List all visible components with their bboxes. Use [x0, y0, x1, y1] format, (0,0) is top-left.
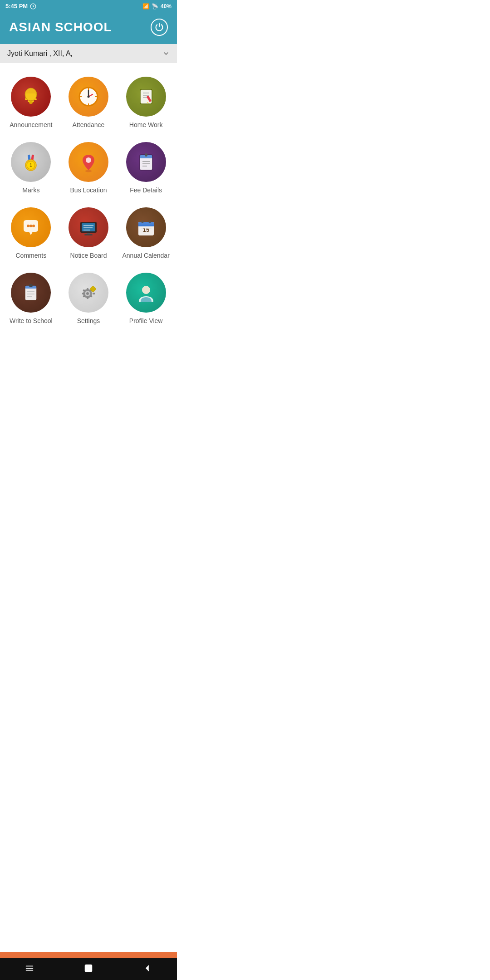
- write-icon: [19, 281, 43, 304]
- announcement-icon-circle: [11, 77, 51, 117]
- homework-icon-circle: [126, 77, 166, 117]
- comments-icon: [19, 216, 43, 239]
- svg-text:1: 1: [30, 163, 33, 168]
- calendar-label: Annual Calendar: [122, 252, 170, 259]
- shield-icon: [30, 3, 36, 10]
- calendar-icon-circle: 15: [126, 207, 166, 247]
- svg-point-37: [29, 225, 32, 227]
- battery-display: 40%: [161, 3, 172, 10]
- fee-icon: [134, 150, 158, 174]
- svg-point-73: [92, 288, 94, 290]
- profile-icon: [134, 281, 158, 304]
- marks-icon: 1: [19, 150, 43, 174]
- grid-item-fee[interactable]: Fee Details: [119, 137, 172, 198]
- svg-point-10: [87, 96, 89, 98]
- svg-point-38: [32, 225, 35, 227]
- svg-point-79: [142, 286, 150, 294]
- write-label: Write to School: [10, 317, 53, 324]
- attendance-icon: [76, 84, 101, 109]
- grid-item-settings[interactable]: Settings: [62, 268, 115, 329]
- profile-label: Profile View: [129, 317, 163, 324]
- settings-icon-circle: [69, 273, 108, 313]
- comments-icon-circle: [11, 207, 51, 247]
- bus-icon-circle: [69, 142, 108, 182]
- settings-label: Settings: [77, 317, 100, 324]
- time-display: 5:45 PM: [5, 3, 28, 10]
- fee-label: Fee Details: [130, 186, 162, 194]
- grid-item-marks[interactable]: 1 Marks: [5, 137, 58, 198]
- calendar-icon: 15: [134, 216, 158, 239]
- notice-icon: [77, 216, 100, 239]
- announcement-label: Announcement: [10, 121, 52, 128]
- user-name: Jyoti Kumari , XII, A,: [7, 49, 73, 58]
- svg-point-62: [86, 292, 89, 295]
- svg-point-28: [85, 170, 92, 172]
- grid-item-homework[interactable]: Home Work: [119, 72, 172, 133]
- marks-icon-circle: 1: [11, 142, 51, 182]
- svg-rect-65: [82, 293, 84, 294]
- svg-rect-35: [145, 153, 147, 157]
- write-icon-circle: [11, 273, 51, 313]
- svg-rect-76: [90, 289, 92, 290]
- svg-text:15: 15: [142, 226, 149, 233]
- grid-item-comments[interactable]: Comments: [5, 203, 58, 264]
- comments-label: Comments: [15, 252, 46, 259]
- grid-item-write[interactable]: Write to School: [5, 268, 58, 329]
- announcement-icon: [20, 85, 42, 108]
- svg-rect-42: [84, 234, 93, 235]
- chevron-down-icon: [162, 50, 170, 57]
- svg-point-36: [27, 225, 29, 227]
- profile-icon-circle: [126, 273, 166, 313]
- settings-icon: [77, 281, 100, 304]
- marks-label: Marks: [22, 186, 39, 194]
- svg-rect-63: [87, 288, 88, 290]
- svg-rect-66: [93, 293, 95, 294]
- app-header: ASIAN SCHOOL: [0, 12, 177, 44]
- svg-rect-75: [92, 291, 93, 293]
- homework-icon: [134, 85, 158, 108]
- svg-point-3: [29, 101, 33, 104]
- signal-icon: 📶: [142, 3, 149, 10]
- wifi-icon: 📡: [152, 3, 158, 10]
- svg-rect-77: [94, 289, 96, 290]
- grid-item-announcement[interactable]: Announcement: [5, 72, 58, 133]
- svg-marker-4: [25, 93, 37, 100]
- grid-item-attendance[interactable]: Attendance: [62, 72, 115, 133]
- bus-location-icon: [77, 150, 100, 174]
- bus-label: Bus Location: [70, 186, 107, 194]
- notice-icon-circle: [69, 207, 108, 247]
- app-grid: Announcement Attendance: [0, 63, 177, 338]
- attendance-icon-circle: [69, 77, 108, 117]
- svg-point-51: [148, 221, 151, 223]
- app-title: ASIAN SCHOOL: [9, 20, 112, 34]
- notice-label: Notice Board: [70, 252, 107, 259]
- power-button[interactable]: [151, 19, 168, 36]
- status-bar: 5:45 PM 📶 📡 40%: [0, 0, 177, 12]
- svg-rect-74: [92, 286, 93, 288]
- svg-rect-64: [87, 297, 88, 299]
- grid-item-profile[interactable]: Profile View: [119, 268, 172, 329]
- homework-label: Home Work: [129, 121, 163, 128]
- grid-item-bus[interactable]: Bus Location: [62, 137, 115, 198]
- svg-rect-59: [29, 284, 33, 287]
- user-dropdown[interactable]: Jyoti Kumari , XII, A,: [0, 44, 177, 63]
- fee-icon-circle: [126, 142, 166, 182]
- status-left: 5:45 PM: [5, 3, 36, 10]
- svg-point-27: [86, 157, 91, 163]
- attendance-label: Attendance: [73, 121, 105, 128]
- status-right: 📶 📡 40%: [142, 3, 172, 10]
- grid-item-notice[interactable]: Notice Board: [62, 203, 115, 264]
- svg-point-50: [141, 221, 143, 223]
- grid-item-calendar[interactable]: 15 Annual Calendar: [119, 203, 172, 264]
